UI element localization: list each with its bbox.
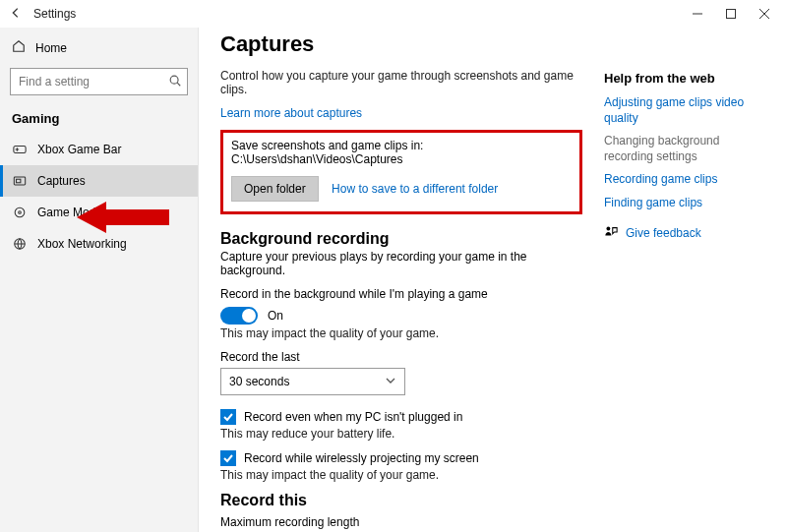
sidebar-section-head: Gaming (0, 105, 198, 134)
open-folder-button[interactable]: Open folder (231, 176, 319, 202)
sidebar-item-label: Xbox Game Bar (37, 143, 121, 156)
record-wireless-checkbox[interactable] (220, 450, 236, 466)
bg-record-toggle[interactable] (220, 307, 258, 325)
gamebar-icon (12, 143, 28, 156)
record-unplugged-checkbox[interactable] (220, 409, 236, 425)
search-input[interactable] (10, 68, 188, 95)
help-panel: Help from the web Adjusting game clips v… (604, 67, 777, 532)
captures-icon (12, 174, 28, 188)
sidebar-item-game-mode[interactable]: Game Mode (0, 197, 198, 228)
sidebar: Home Gaming Xbox Game Bar (0, 28, 199, 532)
sidebar-item-captures[interactable]: Captures (0, 165, 198, 197)
bg-toggle-hint: This may impact the quality of your game… (220, 326, 582, 340)
page-title: Captures (220, 31, 582, 57)
titlebar: Settings (0, 0, 787, 28)
help-heading: Help from the web (604, 71, 767, 86)
networking-icon (12, 237, 28, 251)
help-link-finding[interactable]: Finding game clips (604, 196, 767, 211)
give-feedback-link[interactable]: Give feedback (604, 225, 767, 242)
window-title: Settings (33, 7, 76, 21)
bg-toggle-label: Record in the background while I'm playi… (220, 287, 582, 301)
home-label: Home (35, 41, 67, 55)
bg-toggle-state: On (268, 309, 283, 323)
max-length-label: Maximum recording length (220, 515, 582, 529)
settings-window: Settings Home Gaming (0, 0, 787, 532)
save-location-box: Save screenshots and game clips in: C:\U… (220, 130, 582, 214)
gamemode-icon (12, 206, 28, 219)
bg-recording-desc: Capture your previous plays by recording… (220, 250, 582, 277)
learn-more-link[interactable]: Learn more about captures (220, 106, 362, 120)
help-link-bg-settings[interactable]: Changing background recording settings (604, 134, 767, 164)
record-wireless-label: Record while wirelessly projecting my sc… (244, 451, 479, 465)
svg-rect-10 (17, 179, 21, 183)
svg-point-12 (19, 211, 22, 214)
sidebar-item-xbox-networking[interactable]: Xbox Networking (0, 228, 198, 260)
search-wrap (10, 68, 188, 95)
close-button[interactable] (748, 1, 781, 27)
record-unplugged-hint: This may reduce your battery life. (220, 427, 582, 441)
record-last-value: 30 seconds (229, 375, 289, 388)
sidebar-home[interactable]: Home (0, 33, 198, 62)
sidebar-item-label: Captures (37, 174, 86, 188)
svg-point-11 (15, 207, 25, 217)
content-area: Captures Control how you capture your ga… (199, 28, 787, 532)
record-last-label: Record the last (220, 350, 582, 364)
minimize-button[interactable] (681, 1, 714, 27)
bg-recording-heading: Background recording (220, 230, 582, 248)
give-feedback-label: Give feedback (626, 226, 701, 240)
save-path-text: Save screenshots and game clips in: C:\U… (231, 139, 572, 166)
feedback-icon (604, 225, 618, 242)
maximize-button[interactable] (714, 1, 748, 27)
svg-point-15 (606, 226, 610, 230)
home-icon (12, 39, 26, 56)
back-button[interactable] (6, 6, 26, 23)
help-link-quality[interactable]: Adjusting game clips video quality (604, 95, 767, 126)
record-wireless-hint: This may impact the quality of your game… (220, 468, 582, 482)
help-link-recording[interactable]: Recording game clips (604, 172, 767, 188)
how-to-save-link[interactable]: How to save to a different folder (332, 182, 498, 196)
sidebar-nav: Xbox Game Bar Captures Game Mode (0, 134, 198, 260)
svg-point-4 (170, 76, 178, 84)
sidebar-item-label: Game Mode (37, 206, 102, 219)
sidebar-item-xbox-game-bar[interactable]: Xbox Game Bar (0, 134, 198, 165)
page-description: Control how you capture your game throug… (220, 69, 575, 96)
search-icon (168, 74, 182, 90)
record-unplugged-label: Record even when my PC isn't plugged in (244, 410, 462, 424)
svg-line-5 (177, 83, 180, 86)
record-last-dropdown[interactable]: 30 seconds (220, 368, 405, 395)
chevron-down-icon (385, 375, 396, 389)
sidebar-item-label: Xbox Networking (37, 237, 127, 251)
svg-rect-1 (727, 10, 736, 19)
main-panel: Captures Control how you capture your ga… (199, 28, 604, 532)
record-this-heading: Record this (220, 492, 582, 509)
